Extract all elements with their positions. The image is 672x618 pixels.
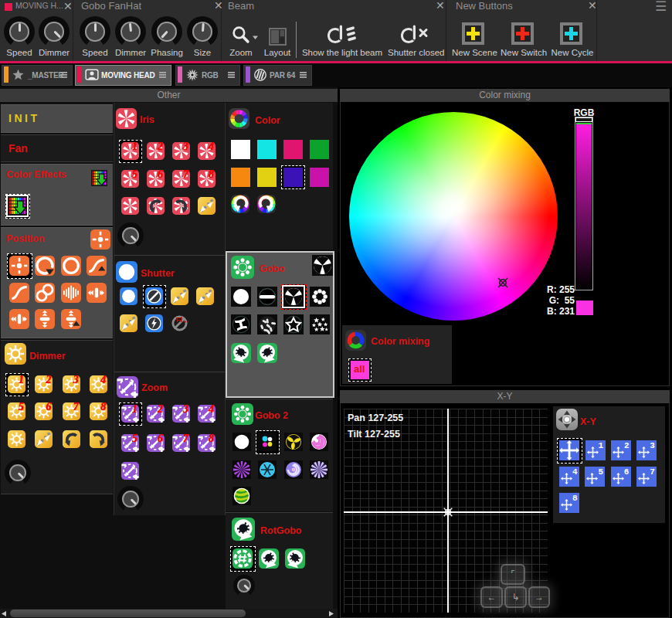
svg-text:Fl...: Fl...: [176, 315, 188, 324]
